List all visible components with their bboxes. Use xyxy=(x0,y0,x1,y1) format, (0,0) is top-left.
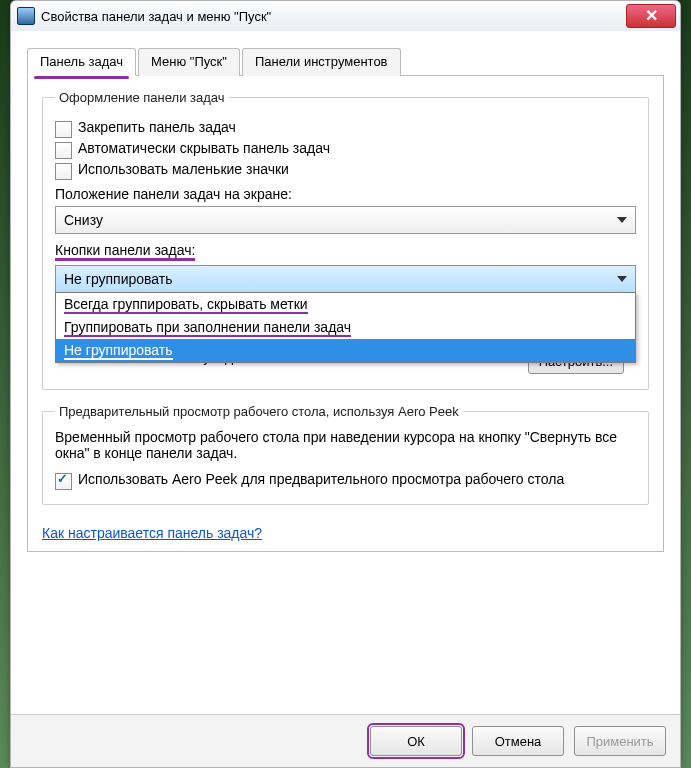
checkbox-aero-peek[interactable] xyxy=(55,473,72,490)
window-title: Свойства панели задач и меню "Пуск" xyxy=(41,9,626,24)
tab-start-menu[interactable]: Меню "Пуск" xyxy=(138,48,240,76)
chevron-down-icon xyxy=(617,217,627,223)
combo-position[interactable]: Снизу xyxy=(55,206,636,234)
combo-option-always[interactable]: Всегда группировать, скрывать метки xyxy=(56,293,635,316)
combo-option-never[interactable]: Не группировать xyxy=(56,339,635,362)
label-buttons: Кнопки панели задач: xyxy=(55,242,636,261)
tab-taskbar[interactable]: Панель задач xyxy=(27,48,136,76)
close-icon: ✕ xyxy=(645,8,658,24)
tab-strip: Панель задач Меню "Пуск" Панели инструме… xyxy=(27,47,664,76)
label-small-icons: Использовать маленькие значки xyxy=(78,161,636,177)
close-button[interactable]: ✕ xyxy=(626,4,676,28)
combo-option-when-full[interactable]: Группировать при заполнении панели задач xyxy=(56,316,635,339)
combo-position-value: Снизу xyxy=(64,212,103,228)
app-icon xyxy=(17,7,35,25)
label-position: Положение панели задач на экране: xyxy=(55,186,636,202)
combo-buttons-dropdown: Всегда группировать, скрывать метки Груп… xyxy=(55,292,636,363)
checkbox-small-icons[interactable] xyxy=(55,163,72,180)
dialog-footer: ОК Отмена Применить xyxy=(11,714,680,767)
label-aero-peek: Использовать Aero Peek для предварительн… xyxy=(78,471,636,487)
dialog-window: Свойства панели задач и меню "Пуск" ✕ Па… xyxy=(10,0,681,768)
ok-button[interactable]: ОК xyxy=(370,726,462,756)
checkbox-lock[interactable] xyxy=(55,121,72,138)
group-aero-peek: Предварительный просмотр рабочего стола,… xyxy=(42,404,649,505)
combo-buttons-value: Не группировать xyxy=(64,271,173,287)
title-bar: Свойства панели задач и меню "Пуск" ✕ xyxy=(11,1,680,32)
cancel-button[interactable]: Отмена xyxy=(472,726,564,756)
aero-description: Временный просмотр рабочего стола при на… xyxy=(55,429,636,461)
chevron-down-icon xyxy=(617,276,627,282)
tab-toolbars[interactable]: Панели инструментов xyxy=(242,48,401,76)
group-taskbar-design: Оформление панели задач Закрепить панель… xyxy=(42,90,649,390)
group-taskbar-design-title: Оформление панели задач xyxy=(55,90,229,105)
combo-buttons[interactable]: Не группировать Всегда группировать, скр… xyxy=(55,265,636,293)
apply-button[interactable]: Применить xyxy=(574,726,666,756)
checkbox-autohide[interactable] xyxy=(55,142,72,159)
help-link[interactable]: Как настраивается панель задач? xyxy=(42,525,262,541)
label-lock: Закрепить панель задач xyxy=(78,119,636,135)
label-autohide: Автоматически скрывать панель задач xyxy=(78,140,636,156)
tab-panel: Оформление панели задач Закрепить панель… xyxy=(27,76,664,552)
group-aero-peek-title: Предварительный просмотр рабочего стола,… xyxy=(55,404,463,419)
client-area: Панель задач Меню "Пуск" Панели инструме… xyxy=(11,31,680,767)
